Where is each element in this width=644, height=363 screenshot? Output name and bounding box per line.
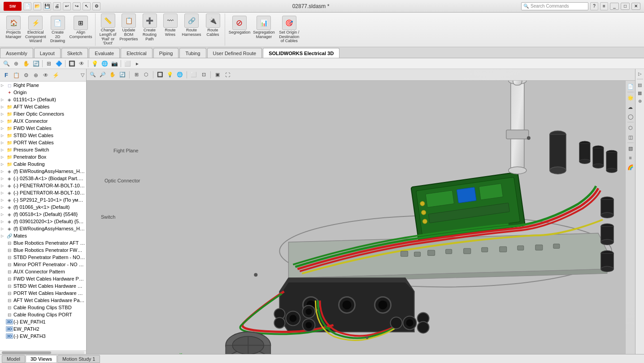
tab-layout[interactable]: Layout xyxy=(34,48,61,58)
tree-item-ewrouting-h3[interactable]: ▷ ◈ (f) EWRoutingAssyHarness_H3]375- xyxy=(0,225,86,232)
tree-item-ew-path2[interactable]: 3D EW_PATH2 xyxy=(0,325,86,333)
tree-item-fiber-optic[interactable]: ▷ 📁 Fiber Optic Connectors xyxy=(0,110,86,117)
route-cables-button[interactable]: 🔌 RouteCables xyxy=(203,13,223,47)
route-wires-button[interactable]: 〰 RouteWires xyxy=(161,13,180,47)
options-button[interactable]: ⚙ xyxy=(92,2,100,10)
3d-scene[interactable]: 🔍 🔎 ✋ 🔄 ⊞ ⬡ 🔲 💡 🌐 ⬜ ⊡ ▣ ⛶ xyxy=(87,69,635,354)
close-button[interactable]: ✕ xyxy=(631,3,640,10)
tree-item-stbd-hardware[interactable]: ⊟ STBD Wet Cables Hardware Pattern xyxy=(0,282,86,290)
property-manager-tab[interactable]: 📋 xyxy=(12,71,21,80)
view-settings-icon[interactable]: ⬜ xyxy=(123,59,132,68)
tree-item-right-plane[interactable]: ▷ ◻ Right Plane xyxy=(0,82,86,89)
tab-electrical[interactable]: Electrical xyxy=(121,48,152,58)
view-orientation-icon[interactable]: 🔷 xyxy=(54,59,63,68)
tab-piping[interactable]: Piping xyxy=(153,48,179,58)
segregation-button[interactable]: ⊘ Segregation xyxy=(228,15,252,45)
tab-user-defined-route[interactable]: User Defined Route xyxy=(207,48,262,58)
redo-button[interactable]: ↪ xyxy=(73,2,81,10)
tree-item-stbd-wet-cables[interactable]: ▷ 📁 STBD Wet Cables xyxy=(0,132,86,139)
electrical-component-wizard-button[interactable]: ⚡ ElectricalComponentWizard xyxy=(24,15,47,45)
vp-rotate-icon[interactable]: 🔄 xyxy=(118,70,127,79)
tree-item-ew-path3[interactable]: 3D (-) EW_PATH3 xyxy=(0,333,86,340)
create-routing-path-button[interactable]: ➕ CreateRoutingPath xyxy=(140,13,160,47)
vp-collapse-icon[interactable]: ▣ xyxy=(213,70,222,79)
tree-item-origin[interactable]: ✦ Origin xyxy=(0,89,86,96)
search-box[interactable]: 🔍 Search Commands xyxy=(521,2,588,10)
tab-solidworks-electrical-3d[interactable]: SOLIDWORKS Electrical 3D xyxy=(263,48,339,58)
vp-fullscreen-icon[interactable]: ⛶ xyxy=(223,70,232,79)
tree-item-01066[interactable]: ▷ ◈ (f) 01066_yk<1> (Default) xyxy=(0,203,86,211)
tree-item-cable-routing-port[interactable]: ⊟ Cable Routing Clips PORT xyxy=(0,311,86,318)
tree-item-stbd-penetrator[interactable]: ⊟ STBD Penetrator Pattern - NO WET xyxy=(0,254,86,261)
vp-orientation-icon[interactable]: ⬡ xyxy=(142,70,151,79)
print-button[interactable]: 🖨 xyxy=(53,2,61,10)
feature-tree[interactable]: ▷ ◻ Right Plane ✦ Origin ▷ ◈ 01191<1> (D… xyxy=(0,82,86,350)
tree-item-02538[interactable]: ▷ ◈ (-) 02538-A<1> (Biodapt Part.prtdc xyxy=(0,175,86,182)
display-manager-tab[interactable]: 👁 xyxy=(41,71,50,80)
vp-rt-zebra-icon[interactable]: ≡ xyxy=(627,154,635,162)
tree-item-port-wet-cables[interactable]: ▷ 📁 PORT Wet Cables xyxy=(0,139,86,146)
electrical-manager-tab[interactable]: ⚡ xyxy=(51,71,60,80)
open-button[interactable]: 📂 xyxy=(33,2,41,10)
rp-icon-2[interactable]: ▦ xyxy=(636,89,644,96)
minimize-button[interactable]: _ xyxy=(610,3,619,10)
tree-item-sp2912[interactable]: ▷ ◈ (-) SP2912_P1-10<1> (По умолчан... xyxy=(0,196,86,203)
section-view-icon[interactable]: ⊞ xyxy=(44,59,53,68)
new-button[interactable]: 📄 xyxy=(23,2,31,10)
more-icon[interactable]: ▸ xyxy=(133,59,142,68)
tree-item-penetrator-m-bolt-2[interactable]: ▷ ◈ (-) PENETRATOR-M-BOLT-10-25-A xyxy=(0,189,86,196)
vp-expand-icon[interactable]: ⊡ xyxy=(199,70,208,79)
feature-manager-tab[interactable]: F xyxy=(2,71,11,80)
vp-rt-realview-icon[interactable]: 🌟 xyxy=(627,94,635,102)
tree-item-aft-wet-cables[interactable]: ▷ 📁 AFT Wet Cables xyxy=(0,103,86,110)
camera-icon[interactable]: 📷 xyxy=(110,59,119,68)
pan-icon[interactable]: ✋ xyxy=(22,59,30,68)
vp-settings-icon[interactable]: ⬜ xyxy=(189,70,198,79)
vp-rt-shadows-icon[interactable]: ☁ xyxy=(627,103,635,111)
scene-icon[interactable]: 🌐 xyxy=(100,59,109,68)
vp-zoom2-icon[interactable]: 🔎 xyxy=(98,70,107,79)
rotate-icon[interactable]: 🔄 xyxy=(31,59,40,68)
save-button[interactable]: 💾 xyxy=(43,2,51,10)
hscroll-thumb[interactable] xyxy=(2,351,51,354)
rp-icon-1[interactable]: ▤ xyxy=(636,81,644,88)
vp-lights-icon[interactable]: 💡 xyxy=(165,70,174,79)
tree-item-blue-robotics-aft[interactable]: ⊟ Blue Robotics Penetrator AFT - NO xyxy=(0,239,86,246)
zoom-in-icon[interactable]: ⊕ xyxy=(12,59,21,68)
undo-button[interactable]: ↩ xyxy=(63,2,71,10)
vp-display-icon[interactable]: 🔲 xyxy=(156,70,165,79)
hide-show-icon[interactable]: 👁 xyxy=(77,59,86,68)
tab-assembly[interactable]: Assembly xyxy=(0,48,33,58)
hscroll-track[interactable] xyxy=(2,351,84,354)
tree-item-aft-hardware[interactable]: ⊟ AFT Wet Cables Hardware Pattern xyxy=(0,297,86,304)
set-origin-button[interactable]: 🎯 Set Origin /Destination of Cables xyxy=(277,15,302,45)
update-bom-button[interactable]: 📋 UpdateBOMProperties xyxy=(119,13,139,47)
tree-item-01191[interactable]: ▷ ◈ 01191<1> (Default) xyxy=(0,96,86,103)
tab-evaluate[interactable]: Evaluate xyxy=(89,48,120,58)
vp-rt-perspective-icon[interactable]: ⬡ xyxy=(627,124,635,132)
config-manager-tab[interactable]: ⚙ xyxy=(22,71,30,80)
lights-icon[interactable]: 💡 xyxy=(90,59,99,68)
segregation-manager-button[interactable]: 📊 SegregationManager xyxy=(252,15,276,45)
vp-rt-curvature-icon[interactable]: 🌈 xyxy=(627,163,635,171)
change-length-button[interactable]: 📏 ChangeLength of'Rail' or'Duct' xyxy=(98,13,118,47)
left-panel-horizontal-scrollbar[interactable] xyxy=(0,350,86,354)
filter-icon[interactable]: ▽ xyxy=(81,72,84,78)
bot-tab-3dviews[interactable]: 3D Views xyxy=(26,355,57,363)
zoom-to-fit-icon[interactable]: 🔍 xyxy=(2,59,11,68)
tree-item-pressure-switch[interactable]: ▷ 📁 Pressure Switch xyxy=(0,146,86,153)
options2-button[interactable]: ≡ xyxy=(600,2,608,10)
vp-pan-icon[interactable]: ✋ xyxy=(108,70,117,79)
tree-item-ewrouting-h2[interactable]: ▷ ◈ (f) EWRoutingAssyHarness_H2_357 xyxy=(0,168,86,175)
tree-item-mirror-port[interactable]: ⊟ Mirror PORT Penetrator - NO WET- xyxy=(0,261,86,268)
tree-item-penetrator-m-bolt-1[interactable]: ▷ ◈ (-) PENETRATOR-M-BOLT-10-25-A xyxy=(0,182,86,189)
help-button[interactable]: ? xyxy=(590,2,598,10)
restore-button[interactable]: □ xyxy=(621,3,630,10)
tree-item-fwd-hardware[interactable]: ⊟ FWD Wet Cables Hardware Pattern xyxy=(0,275,86,282)
dim-expert-tab[interactable]: ⊕ xyxy=(31,71,40,80)
vp-section-icon[interactable]: ⊞ xyxy=(132,70,141,79)
tree-item-mates[interactable]: ▷ 🔗 Mates xyxy=(0,232,86,239)
tree-item-039012020[interactable]: ▷ ◈ (f) 039012020<1> (Default) {5781} xyxy=(0,218,86,225)
tree-item-cable-routing-stbd[interactable]: ⊟ Cable Routing Clips STBD xyxy=(0,304,86,311)
tree-item-penetrator-box[interactable]: ▷ 📁 Penetrator Box xyxy=(0,153,86,160)
